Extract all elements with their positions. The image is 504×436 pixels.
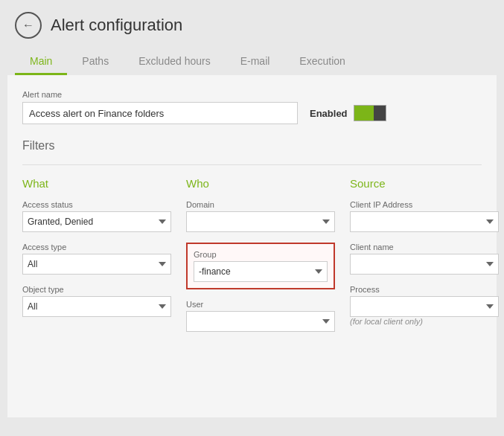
group-label: Group — [194, 250, 328, 259]
process-group: Process (for local client only) — [350, 285, 499, 326]
alert-name-label: Alert name — [22, 90, 482, 99]
object-type-group: Object type All — [22, 285, 171, 317]
alert-name-row: Enabled — [22, 102, 482, 124]
header: ← Alert configuration — [0, 0, 504, 39]
process-label: Process — [350, 285, 499, 294]
client-ip-group: Client IP Address — [350, 200, 499, 232]
alert-name-input[interactable] — [22, 102, 298, 124]
tab-email[interactable]: E-mail — [226, 49, 285, 75]
toggle-on-part — [354, 106, 374, 121]
enabled-toggle-row: Enabled — [310, 105, 386, 121]
domain-label: Domain — [186, 200, 335, 209]
what-column-title: What — [22, 177, 171, 190]
local-client-note: (for local client only) — [350, 317, 499, 326]
toggle-off-part — [374, 106, 386, 121]
client-name-label: Client name — [350, 243, 499, 251]
what-column: What Access status Granted, Denied Acces… — [22, 177, 171, 342]
main-content: Alert name Enabled Filters What Access s… — [7, 75, 497, 417]
object-type-label: Object type — [22, 285, 171, 294]
access-type-group: Access type All — [22, 243, 171, 275]
source-column-title: Source — [350, 177, 499, 190]
object-type-dropdown[interactable]: All — [22, 296, 171, 317]
tab-paths[interactable]: Paths — [67, 49, 124, 75]
group-highlighted-box: Group -finance — [186, 243, 335, 289]
access-status-label: Access status — [22, 200, 171, 209]
divider — [22, 164, 482, 165]
client-ip-dropdown[interactable] — [350, 211, 499, 232]
page-title: Alert configuration — [51, 16, 182, 35]
domain-dropdown[interactable] — [186, 211, 335, 232]
group-dropdown[interactable]: -finance — [194, 261, 328, 282]
back-button[interactable]: ← — [15, 12, 42, 39]
who-column: Who Domain Group -finance User — [186, 177, 335, 342]
tabs-bar: Main Paths Excluded hours E-mail Executi… — [0, 42, 504, 75]
filters-grid: What Access status Granted, Denied Acces… — [22, 177, 482, 342]
access-status-dropdown[interactable]: Granted, Denied — [22, 211, 171, 232]
client-ip-label: Client IP Address — [350, 200, 499, 209]
client-name-group: Client name — [350, 243, 499, 275]
user-group: User — [186, 300, 335, 332]
process-dropdown[interactable] — [350, 296, 499, 317]
client-name-dropdown[interactable] — [350, 254, 499, 275]
access-type-label: Access type — [22, 243, 171, 251]
user-dropdown[interactable] — [186, 311, 335, 332]
access-status-group: Access status Granted, Denied — [22, 200, 171, 232]
enabled-toggle[interactable] — [354, 105, 386, 121]
user-label: User — [186, 300, 335, 309]
domain-group: Domain — [186, 200, 335, 232]
who-column-title: Who — [186, 177, 335, 190]
source-column: Source Client IP Address Client name Pro… — [350, 177, 499, 342]
filters-title: Filters — [22, 139, 482, 153]
tab-excluded-hours[interactable]: Excluded hours — [124, 49, 226, 75]
back-icon: ← — [22, 19, 34, 32]
tab-main[interactable]: Main — [15, 49, 67, 75]
access-type-dropdown[interactable]: All — [22, 254, 171, 275]
enabled-label: Enabled — [310, 108, 348, 119]
tab-execution[interactable]: Execution — [284, 49, 360, 75]
